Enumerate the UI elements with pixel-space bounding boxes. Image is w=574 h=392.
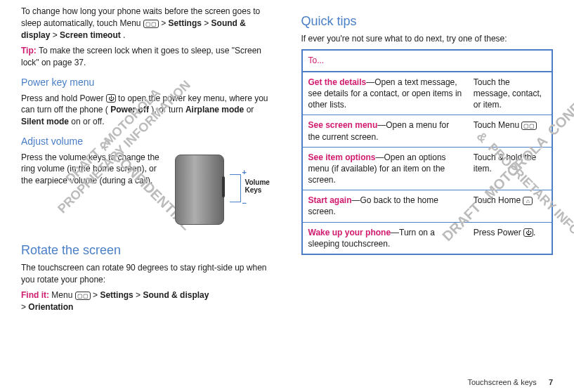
text: > — [21, 302, 28, 312]
do-text: Press Power — [474, 228, 523, 237]
action-label: Wake up your phone — [308, 228, 391, 237]
text: Press and hold Power — [21, 93, 106, 103]
menu-icon: ▢▢ — [75, 292, 91, 300]
path-sound-display: Sound & display — [143, 290, 209, 300]
tip-do-cell: Touch Menu ▢▢ — [468, 115, 552, 147]
action-label: See item options — [308, 152, 376, 162]
heading-rotate-screen: Rotate the screen — [21, 242, 273, 259]
path-screen-timeout: Screen timeout — [60, 30, 121, 40]
path-settings: Settings — [169, 18, 202, 28]
table-header-row: To... — [302, 50, 553, 72]
tip-do-cell: Press Power ⏻. — [468, 222, 552, 254]
action-label: Get the details — [308, 77, 367, 87]
action-label: Start again — [308, 195, 352, 205]
findit-paragraph: Find it: Menu ▢▢ > Settings > Sound & di… — [21, 289, 273, 313]
tip-do-cell: Touch Home ⌂ — [468, 190, 552, 222]
bracket-icon — [230, 174, 241, 202]
text: on or off. — [71, 117, 104, 126]
tip-action-cell: Start again—Go back to the home screen. — [302, 190, 468, 222]
path-orientation: Orientation — [28, 302, 73, 312]
do-text: Touch Home — [474, 195, 523, 205]
footer-section: Touchscreen & keys — [467, 378, 536, 386]
tip-label: Tip: — [21, 46, 37, 55]
heading-quick-tips: Quick tips — [301, 13, 554, 30]
heading-power-key-menu: Power key menu — [21, 76, 273, 90]
text: ), or turn — [151, 105, 185, 115]
findit-label: Find it: — [21, 290, 49, 300]
tip-action-cell: Get the details—Open a text message, see… — [302, 72, 468, 115]
text: Menu — [51, 290, 74, 300]
text: . — [123, 30, 125, 40]
power-icon: ⏻ — [523, 228, 533, 237]
phone-illustration — [175, 155, 224, 225]
power-icon: ⏻ — [106, 94, 116, 103]
left-column: To change how long your phone waits befo… — [21, 6, 273, 318]
tip-do-cell: Touch the message, contact, or item. — [468, 72, 552, 115]
home-icon: ⌂ — [523, 197, 533, 205]
table-row: See screen menu—Open a menu for the curr… — [302, 115, 553, 147]
page-footer: Touchscreen & keys 7 — [467, 378, 553, 386]
action-label: See screen menu — [308, 120, 378, 130]
volume-rocker-icon — [222, 176, 225, 197]
table-row: See item options—Open an options menu (i… — [302, 147, 553, 190]
right-column: Quick tips If ever you're not sure what … — [301, 6, 554, 318]
volume-keys-label: Volume Keys — [245, 178, 273, 194]
tip-action-cell: See screen menu—Open a menu for the curr… — [302, 115, 468, 147]
table-row: Wake up your phone—Turn on a sleeping to… — [302, 222, 553, 254]
tip-do-cell: Touch & hold the item. — [468, 147, 552, 190]
text: > — [204, 18, 211, 28]
text: > — [161, 18, 168, 28]
text: or — [247, 105, 254, 115]
tip-paragraph: Tip: To make the screen lock when it goe… — [21, 45, 273, 69]
rotate-paragraph: The touchscreen can rotate 90 degrees to… — [21, 262, 273, 286]
screen-timeout-paragraph: To change how long your phone waits befo… — [21, 6, 273, 41]
tip-text: To make the screen lock when it goes to … — [21, 46, 261, 67]
menu-icon: ▢▢ — [521, 122, 537, 130]
table-row: Start again—Go back to the home screen. … — [302, 190, 553, 222]
page-number: 7 — [549, 378, 553, 386]
plus-icon: + — [242, 167, 247, 178]
volume-keys-figure: + − Volume Keys — [175, 155, 273, 232]
power-off-label: Power off — [110, 105, 149, 115]
quick-tips-table: To... Get the details—Open a text messag… — [301, 49, 554, 255]
do-text: Touch Menu — [474, 120, 522, 130]
quick-tips-intro: If ever you're not sure what to do next,… — [301, 33, 554, 45]
table-row: Get the details—Open a text message, see… — [302, 72, 553, 115]
text: > — [53, 30, 60, 40]
power-key-paragraph: Press and hold Power ⏻ to open the power… — [21, 93, 273, 128]
path-settings: Settings — [100, 290, 133, 300]
tip-action-cell: See item options—Open an options menu (i… — [302, 147, 468, 190]
minus-icon: − — [242, 198, 247, 209]
tip-action-cell: Wake up your phone—Turn on a sleeping to… — [302, 222, 468, 254]
silent-mode-label: Silent mode — [21, 117, 69, 126]
heading-adjust-volume: Adjust volume — [21, 135, 273, 149]
table-header: To... — [302, 50, 553, 72]
airplane-mode-label: Airplane mode — [185, 105, 244, 115]
text: > — [93, 290, 100, 300]
text: > — [136, 290, 143, 300]
menu-icon: ▢▢ — [143, 20, 159, 28]
